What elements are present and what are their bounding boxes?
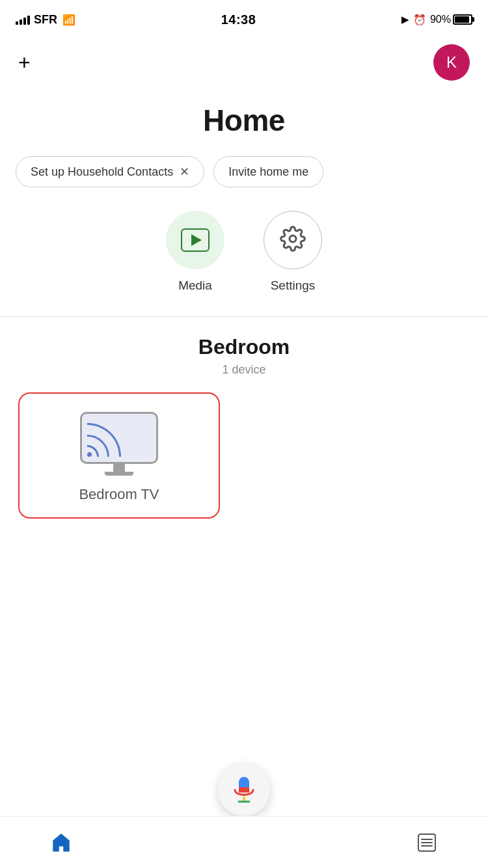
tv-icon xyxy=(80,412,158,476)
chip-household[interactable]: Set up Household Contacts ✕ xyxy=(16,156,204,187)
settings-action[interactable]: Settings xyxy=(264,211,322,293)
tv-base xyxy=(105,472,133,476)
section-divider xyxy=(0,316,488,317)
wifi-icon: 📶 xyxy=(62,14,75,26)
home-nav-icon xyxy=(50,832,72,854)
location-icon: ▶ xyxy=(401,14,409,25)
avatar[interactable]: K xyxy=(433,44,470,81)
add-button[interactable]: + xyxy=(18,52,31,73)
carrier-label: SFR xyxy=(34,13,57,27)
status-bar: SFR 📶 14:38 ▶ ⏰ 90% xyxy=(0,0,488,35)
room-name: Bedroom xyxy=(18,335,470,359)
alarm-icon: ⏰ xyxy=(413,14,426,26)
battery-icon xyxy=(453,14,472,25)
nav-list[interactable] xyxy=(366,832,489,854)
tv-screen xyxy=(80,412,158,464)
media-circle xyxy=(166,211,224,269)
room-device-count: 1 device xyxy=(18,363,470,377)
mic-button[interactable] xyxy=(218,764,270,816)
battery-label: 90% xyxy=(430,14,451,25)
mic-area xyxy=(218,764,270,816)
clock: 14:38 xyxy=(221,12,256,27)
tv-stand xyxy=(113,464,125,472)
chip-invite[interactable]: Invite home me xyxy=(213,156,323,187)
mic-icon xyxy=(232,776,256,804)
quick-actions: Media Settings xyxy=(0,211,488,293)
signal-icon xyxy=(16,14,30,25)
settings-label: Settings xyxy=(271,278,316,293)
chip-household-label: Set up Household Contacts xyxy=(31,165,173,179)
status-right: ▶ ⏰ 90% xyxy=(401,14,472,26)
media-label: Media xyxy=(178,278,212,293)
chips-row: Set up Household Contacts ✕ Invite home … xyxy=(0,156,488,187)
nav-home[interactable] xyxy=(0,832,122,854)
chip-household-close[interactable]: ✕ xyxy=(180,165,189,179)
battery: 90% xyxy=(430,14,472,25)
room-section-bedroom: Bedroom 1 device Bedroom TV xyxy=(0,335,488,519)
app-header: + K xyxy=(0,38,488,87)
cast-arc-3 xyxy=(87,423,121,457)
page-title: Home xyxy=(0,103,488,138)
media-icon xyxy=(181,228,210,252)
media-action[interactable]: Media xyxy=(166,211,224,293)
chip-invite-label: Invite home me xyxy=(228,165,308,179)
device-name: Bedroom TV xyxy=(79,486,159,503)
list-nav-icon xyxy=(416,832,438,854)
svg-rect-4 xyxy=(239,790,249,793)
settings-circle xyxy=(264,211,322,269)
bottom-nav xyxy=(0,816,488,868)
status-left: SFR 📶 xyxy=(16,13,75,27)
device-card-bedroom-tv[interactable]: Bedroom TV xyxy=(18,392,220,519)
play-icon xyxy=(191,234,202,246)
gear-icon xyxy=(280,226,306,254)
